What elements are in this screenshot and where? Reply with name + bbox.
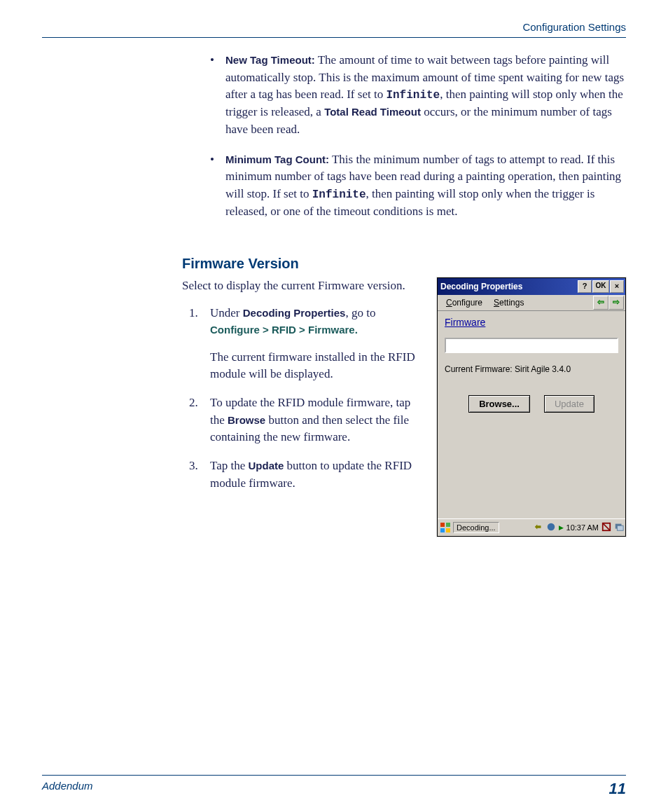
dialog-title: Decoding Properties — [440, 282, 577, 291]
dialog-panel: Firmware Current Firmware: Sirit Agile 3… — [438, 311, 625, 518]
label-total-read-timeout: Total Read Timeout — [324, 106, 421, 118]
text: , go to — [345, 306, 375, 319]
bullet-list: New Tag Timeout: The amount of time to w… — [210, 52, 626, 221]
label-update: Update — [249, 460, 284, 472]
menu-configure[interactable]: Configure — [440, 296, 488, 309]
steps-list: Under Decoding Properties, go to Configu… — [182, 305, 424, 493]
tray-icon[interactable] — [601, 522, 611, 533]
step-3: Tap the Update button to update the RFID… — [182, 457, 424, 492]
bullet-minimum-tag-count: Minimum Tag Count: This the minimum numb… — [210, 151, 626, 221]
nav-back-button[interactable]: ⇦ — [593, 296, 608, 310]
ok-button[interactable]: OK — [592, 280, 609, 293]
step-2: To update the RFID module firmware, tap … — [182, 394, 424, 446]
nav-forward-button[interactable]: ⇨ — [608, 296, 624, 310]
current-firmware-label: Current Firmware: Sirit Agile 3.4.0 — [445, 364, 618, 374]
svg-line-6 — [603, 523, 611, 531]
page-footer: Addendum 11 — [42, 775, 626, 798]
taskbar-app-button[interactable]: Decoding... — [453, 522, 499, 533]
bullet-new-tag-timeout: New Tag Timeout: The amount of time to w… — [210, 52, 626, 139]
start-button[interactable] — [439, 521, 452, 534]
page-header: Configuration Settings — [42, 21, 626, 38]
svg-point-4 — [547, 523, 555, 531]
heading-firmware-version: Firmware Version — [182, 256, 626, 272]
svg-rect-8 — [617, 525, 623, 530]
text: Under — [210, 306, 243, 319]
menubar: Configure Settings ⇦ ⇨ — [438, 295, 625, 311]
page-number: 11 — [609, 780, 626, 798]
svg-rect-3 — [446, 528, 450, 532]
text: Tap the — [210, 459, 249, 472]
file-path-field[interactable] — [445, 338, 618, 353]
tray-icon[interactable] — [614, 522, 624, 533]
tray-clock[interactable]: 10:37 AM — [566, 523, 599, 532]
label-minimum-tag-count: Minimum Tag Count: — [225, 153, 329, 165]
step-1: Under Decoding Properties, go to Configu… — [182, 305, 424, 384]
help-button[interactable]: ? — [578, 280, 592, 293]
svg-rect-0 — [440, 523, 445, 527]
label-decoding-properties: Decoding Properties — [243, 307, 346, 319]
menu-path: Configure > RFID > Firmware. — [210, 324, 358, 336]
taskbar: Decoding... ▶ 10:37 AM — [438, 518, 625, 536]
label-browse: Browse — [228, 414, 265, 426]
tray-arrow-icon: ▶ — [559, 524, 564, 531]
system-tray: ▶ 10:37 AM — [534, 522, 624, 533]
svg-rect-2 — [440, 528, 445, 532]
update-button: Update — [544, 395, 594, 413]
step-1-sub: The current firmware installed in the RF… — [210, 349, 424, 383]
browse-button[interactable]: Browse... — [468, 395, 530, 413]
decoding-properties-dialog: Decoding Properties ? OK × Configure Set… — [437, 277, 626, 537]
code-infinite: Infinite — [312, 188, 366, 201]
titlebar: Decoding Properties ? OK × — [438, 278, 625, 295]
footer-label: Addendum — [42, 780, 93, 798]
svg-rect-1 — [446, 523, 450, 527]
label-new-tag-timeout: New Tag Timeout: — [225, 54, 315, 66]
firmware-text-column: Select to display the current Firmware v… — [182, 277, 424, 503]
header-title: Configuration Settings — [522, 21, 626, 33]
tray-icon[interactable] — [546, 522, 556, 533]
close-button[interactable]: × — [610, 280, 624, 293]
tray-icon[interactable] — [534, 522, 543, 533]
code-infinite: Infinite — [386, 89, 440, 102]
firmware-link[interactable]: Firmware — [445, 315, 485, 331]
menu-settings[interactable]: Settings — [488, 296, 529, 309]
intro-text: Select to display the current Firmware v… — [182, 277, 424, 295]
